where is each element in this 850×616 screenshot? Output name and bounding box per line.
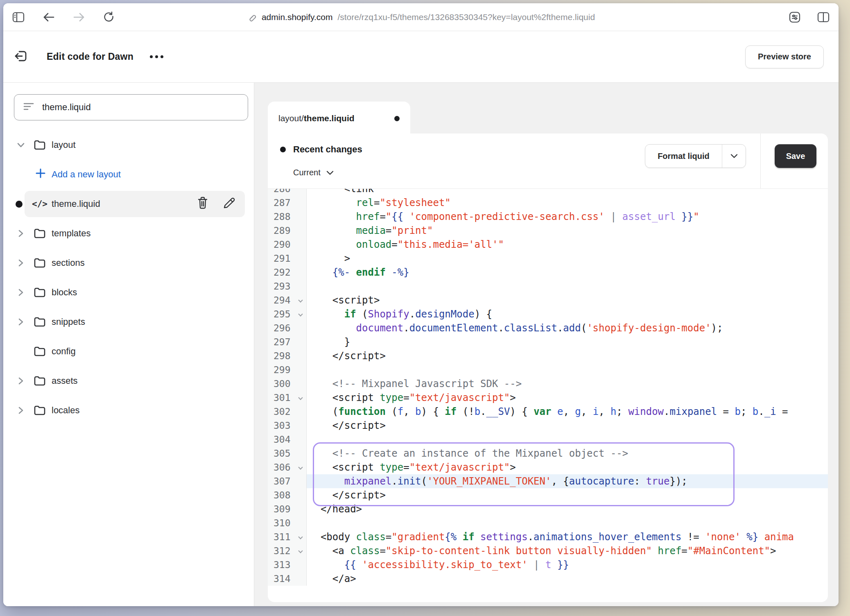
format-options-toggle[interactable] [722, 145, 746, 168]
line-number[interactable]: 307 [268, 474, 307, 488]
code-line-295[interactable]: 295 if (Shopify.designMode) { [268, 307, 828, 321]
code-line-308[interactable]: 308 </script> [268, 488, 828, 502]
file-search-input[interactable]: theme.liquid [14, 94, 248, 120]
line-number[interactable]: 306 [268, 460, 307, 474]
split-view-icon[interactable] [817, 12, 830, 23]
code-line-text: </head> [307, 502, 828, 516]
chevron-right-icon[interactable] [16, 377, 25, 385]
version-dropdown[interactable]: Current [293, 168, 334, 177]
tree-item-layout[interactable]: layout [3, 130, 254, 160]
code-line-303[interactable]: 303 </script> [268, 419, 828, 433]
line-number[interactable]: 314 [268, 572, 307, 586]
line-number[interactable]: 301 [268, 391, 307, 405]
code-line-294[interactable]: 294 <script> [268, 293, 828, 307]
page-settings-icon[interactable] [789, 11, 801, 23]
line-number[interactable]: 300 [268, 377, 307, 391]
code-line-305[interactable]: 305 <!-- Create an instance of the Mixpa… [268, 446, 828, 460]
chevron-right-icon[interactable] [16, 318, 25, 326]
line-number[interactable]: 299 [268, 363, 307, 377]
tree-action-add-a-new-layout[interactable]: Add a new layout [3, 160, 254, 189]
address-bar[interactable]: admin.shopify.com/store/rzq1xu-f5/themes… [247, 12, 595, 22]
line-number[interactable]: 302 [268, 405, 307, 419]
code-line-293[interactable]: 293 [268, 279, 828, 293]
reload-icon[interactable] [103, 11, 115, 23]
code-editor[interactable]: 286 <link287 rel="stylesheet"288 href="{… [268, 189, 828, 602]
line-number[interactable]: 287 [268, 196, 307, 210]
code-line-288[interactable]: 288 href="{{ 'component-predictive-searc… [268, 210, 828, 224]
line-number[interactable]: 297 [268, 335, 307, 349]
rename-file-icon[interactable] [223, 196, 236, 212]
code-line-299[interactable]: 299 [268, 363, 828, 377]
format-liquid-button[interactable]: Format liquid [645, 144, 746, 168]
line-number[interactable]: 308 [268, 488, 307, 502]
code-line-311[interactable]: 311 <body class="gradient{% if settings.… [268, 530, 828, 544]
code-line-298[interactable]: 298 </script> [268, 349, 828, 363]
tree-item-config[interactable]: config [3, 337, 254, 366]
chevron-right-icon[interactable] [16, 229, 25, 238]
sidebar-toggle-icon[interactable] [12, 12, 25, 23]
code-line-300[interactable]: 300 <!-- Mixpanel Javascript SDK --> [268, 377, 828, 391]
code-line-313[interactable]: 313 {{ 'accessibility.skip_to_text' | t … [268, 558, 828, 572]
tree-item-blocks[interactable]: blocks [3, 278, 254, 307]
delete-file-icon[interactable] [197, 196, 209, 212]
code-line-304[interactable]: 304 [268, 433, 828, 446]
fold-chevron-icon[interactable] [298, 312, 303, 316]
line-number[interactable]: 295 [268, 307, 307, 321]
line-number[interactable]: 311 [268, 530, 307, 544]
more-actions-button[interactable] [150, 55, 163, 58]
fold-chevron-icon[interactable] [298, 548, 303, 553]
tree-item-assets[interactable]: assets [3, 366, 254, 396]
line-number[interactable]: 309 [268, 502, 307, 516]
line-number[interactable]: 298 [268, 349, 307, 363]
tree-item-locales[interactable]: locales [3, 396, 254, 425]
tree-item-sections[interactable]: sections [3, 248, 254, 278]
line-number[interactable]: 288 [268, 210, 307, 224]
fold-chevron-icon[interactable] [298, 465, 303, 469]
code-line-289[interactable]: 289 media="print" [268, 224, 828, 238]
fold-chevron-icon[interactable] [298, 298, 303, 302]
line-number[interactable]: 290 [268, 238, 307, 251]
chevron-down-icon[interactable] [16, 142, 25, 148]
preview-store-button[interactable]: Preview store [745, 45, 824, 68]
code-line-306[interactable]: 306 <script type="text/javascript"> [268, 460, 828, 474]
back-icon[interactable] [43, 12, 55, 22]
line-number[interactable]: 304 [268, 433, 307, 446]
line-number[interactable]: 305 [268, 446, 307, 460]
chevron-right-icon[interactable] [16, 288, 25, 297]
exit-icon[interactable] [14, 48, 29, 66]
code-line-286[interactable]: 286 <link [268, 189, 828, 196]
line-number[interactable]: 291 [268, 251, 307, 265]
code-line-307[interactable]: 307 mixpanel.init('YOUR_MIXPANEL_TOKEN',… [268, 474, 828, 488]
code-line-297[interactable]: 297 } [268, 335, 828, 349]
line-number[interactable]: 313 [268, 558, 307, 572]
line-number[interactable]: 294 [268, 293, 307, 307]
code-line-302[interactable]: 302 (function (f, b) { if (!b.__SV) { va… [268, 405, 828, 419]
chevron-right-icon[interactable] [16, 406, 25, 414]
code-line-312[interactable]: 312 <a class="skip-to-content-link butto… [268, 544, 828, 558]
code-line-301[interactable]: 301 <script type="text/javascript"> [268, 391, 828, 405]
line-number[interactable]: 303 [268, 419, 307, 433]
code-line-309[interactable]: 309 </head> [268, 502, 828, 516]
line-number[interactable]: 293 [268, 279, 307, 293]
code-line-290[interactable]: 290 onload="this.media='all'" [268, 238, 828, 251]
line-number[interactable]: 312 [268, 544, 307, 558]
fold-chevron-icon[interactable] [298, 534, 303, 539]
tree-item-snippets[interactable]: snippets [3, 307, 254, 337]
tab-theme-liquid[interactable]: layout/theme.liquid [268, 102, 410, 135]
code-line-310[interactable]: 310 [268, 516, 828, 530]
tree-item-templates[interactable]: templates [3, 219, 254, 248]
line-number[interactable]: 292 [268, 265, 307, 279]
line-number[interactable]: 296 [268, 321, 307, 335]
code-line-314[interactable]: 314 </a> [268, 572, 828, 586]
fold-chevron-icon[interactable] [298, 395, 303, 400]
line-number[interactable]: 289 [268, 224, 307, 238]
code-line-287[interactable]: 287 rel="stylesheet" [268, 196, 828, 210]
line-number[interactable]: 310 [268, 516, 307, 530]
save-button[interactable]: Save [775, 144, 816, 168]
code-line-292[interactable]: 292 {%- endif -%} [268, 265, 828, 279]
code-line-296[interactable]: 296 document.documentElement.classList.a… [268, 321, 828, 335]
line-number[interactable]: 286 [268, 189, 307, 196]
tree-item-theme-liquid[interactable]: </>theme.liquid [3, 189, 254, 219]
chevron-right-icon[interactable] [16, 259, 25, 267]
code-line-291[interactable]: 291 > [268, 251, 828, 265]
